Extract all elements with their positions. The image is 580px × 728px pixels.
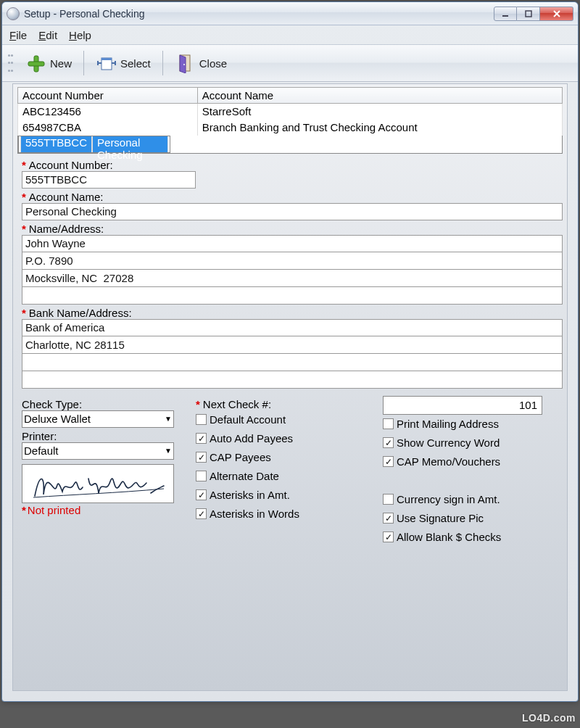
name-address-block bbox=[22, 235, 563, 305]
cell-account-number: 654987CBA bbox=[18, 120, 198, 136]
checkbox-label: Auto Add Payees bbox=[210, 432, 293, 444]
checkbox-cap-payees[interactable]: ✓CAP Payees bbox=[196, 448, 376, 467]
content-area: Account Number Account Name ABC123456Sta… bbox=[12, 83, 568, 691]
accounts-table: Account Number Account Name ABC123456Sta… bbox=[17, 87, 563, 154]
checkbox-label: Asterisks in Words bbox=[210, 508, 299, 520]
new-label: New bbox=[50, 57, 72, 70]
watermark: LO4D.com bbox=[522, 712, 576, 724]
bank-line-1[interactable] bbox=[22, 319, 563, 336]
checkbox-icon bbox=[196, 471, 207, 481]
check-type-value: Deluxe Wallet bbox=[24, 413, 91, 425]
plus-icon bbox=[25, 53, 46, 73]
checkbox-icon: ✓ bbox=[196, 508, 207, 519]
maximize-button[interactable] bbox=[517, 7, 540, 21]
svg-rect-5 bbox=[102, 58, 112, 60]
account-name-field[interactable] bbox=[22, 203, 563, 220]
checkbox-show-currency-word[interactable]: ✓Show Currency Word bbox=[383, 434, 563, 452]
cell-account-name: Personal Checking bbox=[92, 136, 168, 152]
not-printed-label: Not printed bbox=[28, 504, 80, 516]
toolbar-grip[interactable] bbox=[8, 51, 14, 75]
new-button[interactable]: New bbox=[18, 50, 79, 76]
minimize-button[interactable] bbox=[494, 7, 517, 21]
label-name-address: Name/Address: bbox=[29, 223, 104, 235]
checkbox-asterisks-in-amt-[interactable]: ✓Asterisks in Amt. bbox=[196, 486, 376, 505]
toolbar-separator bbox=[83, 51, 84, 75]
checkbox-label: Currency sign in Amt. bbox=[397, 493, 500, 505]
label-account-name: Account Name: bbox=[29, 191, 104, 203]
checkbox-icon: ✓ bbox=[383, 513, 394, 524]
checkbox-label: CAP Memo/Vouchers bbox=[397, 455, 500, 468]
cell-account-number: ABC123456 bbox=[18, 104, 198, 120]
close-window-button[interactable] bbox=[540, 7, 573, 21]
account-form: *Account Number: *Account Name: *Name/Ad… bbox=[17, 154, 563, 547]
toolbar: New Select Close bbox=[2, 44, 578, 82]
checkbox-icon: ✓ bbox=[383, 437, 394, 448]
menu-help[interactable]: Help bbox=[69, 29, 91, 41]
checkbox-asterisks-in-words[interactable]: ✓Asterisks in Words bbox=[196, 505, 376, 524]
checkbox-default-account[interactable]: Default Account bbox=[196, 410, 376, 429]
maximize-icon bbox=[525, 10, 532, 17]
printer-value: Default bbox=[24, 444, 59, 457]
addr-line-4[interactable] bbox=[22, 287, 563, 305]
checkbox-print-mailing-address[interactable]: Print Mailing Address bbox=[383, 415, 563, 434]
addr-line-1[interactable] bbox=[22, 235, 563, 252]
bank-address-block bbox=[22, 319, 563, 389]
menubar: File Edit Help bbox=[2, 25, 578, 44]
app-window: Setup - Personal Checking File Edit Help… bbox=[1, 1, 579, 702]
svg-rect-0 bbox=[502, 15, 508, 17]
table-row[interactable]: 555TTBBCCPersonal Checking bbox=[18, 136, 170, 153]
close-icon bbox=[552, 9, 561, 18]
svg-rect-3 bbox=[28, 62, 44, 66]
checkbox-label: CAP Payees bbox=[210, 451, 271, 463]
bank-line-4[interactable] bbox=[22, 371, 563, 389]
checkbox-cap-memo-vouchers[interactable]: ✓CAP Memo/Vouchers bbox=[383, 452, 563, 471]
select-icon bbox=[96, 53, 116, 73]
cell-account-name: StarreSoft bbox=[197, 104, 562, 120]
col-account-name[interactable]: Account Name bbox=[197, 88, 562, 104]
door-icon bbox=[175, 53, 195, 73]
menu-edit[interactable]: Edit bbox=[38, 29, 57, 41]
checkbox-icon bbox=[383, 418, 394, 429]
printer-select[interactable]: Default ▼ bbox=[22, 442, 174, 460]
addr-line-3[interactable] bbox=[22, 270, 563, 287]
app-icon bbox=[7, 7, 20, 20]
minimize-icon bbox=[502, 10, 509, 17]
required-marker: * bbox=[22, 159, 26, 171]
checkbox-icon: ✓ bbox=[383, 531, 394, 542]
chevron-down-icon: ▼ bbox=[165, 447, 172, 455]
table-row[interactable]: ABC123456StarreSoft bbox=[18, 104, 563, 120]
svg-point-7 bbox=[183, 64, 185, 65]
options-right-column: Print Mailing Address✓Show Currency Word… bbox=[383, 396, 563, 547]
toolbar-separator bbox=[162, 51, 163, 75]
checkbox-label: Default Account bbox=[210, 413, 286, 426]
close-label: Close bbox=[199, 57, 227, 70]
select-label: Select bbox=[120, 57, 151, 70]
checkbox-label: Show Currency Word bbox=[397, 437, 500, 449]
checkbox-icon: ✓ bbox=[196, 433, 207, 444]
signature-svg bbox=[29, 467, 167, 500]
next-check-field[interactable] bbox=[383, 396, 542, 415]
close-button[interactable]: Close bbox=[167, 50, 234, 76]
signature-image[interactable] bbox=[22, 464, 174, 503]
label-account-number: Account Number: bbox=[29, 159, 113, 171]
checkbox-allow-blank-checks[interactable]: ✓Allow Blank $ Checks bbox=[383, 528, 563, 547]
account-number-field[interactable] bbox=[22, 171, 196, 189]
label-printer: Printer: bbox=[22, 430, 57, 442]
check-type-select[interactable]: Deluxe Wallet ▼ bbox=[22, 410, 174, 428]
bank-line-2[interactable] bbox=[22, 336, 563, 354]
checkbox-label: Asterisks in Amt. bbox=[210, 489, 290, 501]
checkbox-auto-add-payees[interactable]: ✓Auto Add Payees bbox=[196, 429, 376, 448]
checkbox-alternate-date[interactable]: Alternate Date bbox=[196, 467, 376, 486]
select-button[interactable]: Select bbox=[88, 50, 158, 76]
table-row[interactable]: 654987CBABranch Banking and Trust Checki… bbox=[18, 120, 563, 136]
col-account-number[interactable]: Account Number bbox=[18, 88, 198, 104]
checkbox-label: Alternate Date bbox=[210, 470, 279, 482]
checkbox-use-signature-pic[interactable]: ✓Use Signature Pic bbox=[383, 509, 563, 528]
bank-line-3[interactable] bbox=[22, 354, 563, 371]
checkbox-currency-sign-in-amt-[interactable]: Currency sign in Amt. bbox=[383, 490, 563, 509]
addr-line-2[interactable] bbox=[22, 252, 563, 270]
label-bank-address: Bank Name/Address: bbox=[29, 307, 132, 319]
cell-account-name: Branch Banking and Trust Checking Accoun… bbox=[197, 120, 562, 136]
menu-file[interactable]: File bbox=[9, 29, 27, 41]
titlebar[interactable]: Setup - Personal Checking bbox=[2, 2, 578, 25]
